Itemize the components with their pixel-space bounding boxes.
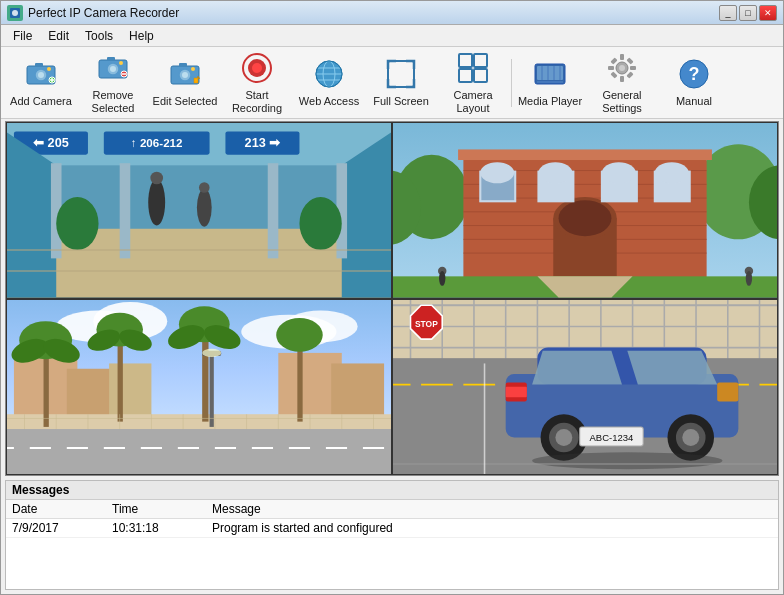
svg-rect-182 xyxy=(717,382,738,401)
web-access-icon xyxy=(311,56,347,92)
camera-layout-icon xyxy=(455,50,491,86)
svg-point-104 xyxy=(655,162,689,183)
svg-rect-69 xyxy=(120,163,131,258)
media-player-icon xyxy=(532,56,568,92)
svg-rect-181 xyxy=(506,386,527,397)
media-player-button[interactable]: Media Player xyxy=(514,51,586,115)
svg-marker-178 xyxy=(532,350,622,384)
svg-point-100 xyxy=(538,162,572,183)
svg-point-46 xyxy=(619,65,625,71)
start-recording-button[interactable]: Start Recording xyxy=(221,51,293,115)
svg-point-185 xyxy=(555,429,572,446)
add-camera-button[interactable]: Add Camera xyxy=(5,51,77,115)
general-settings-button[interactable]: General Settings xyxy=(586,51,658,115)
maximize-button[interactable]: □ xyxy=(739,5,757,21)
svg-rect-49 xyxy=(608,66,614,70)
edit-selected-label: Edit Selected xyxy=(153,95,218,108)
svg-point-111 xyxy=(439,271,445,286)
svg-point-26 xyxy=(252,63,262,73)
start-recording-icon xyxy=(239,50,275,86)
svg-text:?: ? xyxy=(689,64,700,84)
remove-selected-label: Remove Selected xyxy=(80,89,146,115)
start-recording-label: Start Recording xyxy=(224,89,290,115)
close-button[interactable]: ✕ xyxy=(759,5,777,21)
svg-rect-34 xyxy=(459,54,472,67)
toolbar: Add Camera Remove Selected xyxy=(1,47,783,119)
menu-file[interactable]: File xyxy=(5,27,40,45)
svg-point-76 xyxy=(56,197,98,250)
svg-text:213 ➡: 213 ➡ xyxy=(245,136,282,150)
col-message: Message xyxy=(206,500,778,519)
svg-text:ABC-1234: ABC-1234 xyxy=(590,431,634,442)
svg-rect-36 xyxy=(459,69,472,82)
svg-rect-35 xyxy=(474,54,487,67)
add-camera-label: Add Camera xyxy=(10,95,72,108)
svg-point-95 xyxy=(559,200,612,236)
window-title: Perfect IP Camera Recorder xyxy=(28,6,719,20)
svg-rect-48 xyxy=(620,76,624,82)
svg-point-73 xyxy=(150,172,163,185)
svg-text:⬅ 205: ⬅ 205 xyxy=(33,136,69,150)
svg-point-14 xyxy=(119,61,123,65)
manual-icon: ? xyxy=(676,56,712,92)
camera-cell-4[interactable]: STOP xyxy=(392,299,778,476)
svg-rect-124 xyxy=(7,414,391,429)
manual-button[interactable]: ? Manual xyxy=(658,51,730,115)
svg-point-98 xyxy=(480,162,514,183)
full-screen-label: Full Screen xyxy=(373,95,429,108)
table-row: 7/9/201710:31:18Program is started and c… xyxy=(6,519,778,538)
svg-rect-37 xyxy=(474,69,487,82)
minimize-button[interactable]: _ xyxy=(719,5,737,21)
camera-layout-button[interactable]: Camera Layout xyxy=(437,51,509,115)
general-settings-label: General Settings xyxy=(589,89,655,115)
messages-panel: Messages Date Time Message 7/9/201710:31… xyxy=(5,480,779,590)
svg-point-109 xyxy=(746,271,752,286)
svg-rect-53 xyxy=(610,71,617,78)
messages-header: Messages xyxy=(6,481,778,500)
menu-edit[interactable]: Edit xyxy=(40,27,77,45)
svg-rect-50 xyxy=(630,66,636,70)
svg-rect-47 xyxy=(620,54,624,60)
messages-table: Date Time Message 7/9/201710:31:18Progra… xyxy=(6,500,778,538)
menu-help[interactable]: Help xyxy=(121,27,162,45)
camera-cell-2[interactable] xyxy=(392,122,778,299)
cell-message: Program is started and configured xyxy=(206,519,778,538)
edit-selected-icon xyxy=(167,56,203,92)
svg-rect-51 xyxy=(610,57,617,64)
svg-point-75 xyxy=(199,182,210,193)
svg-point-77 xyxy=(299,197,341,250)
camera-cell-1[interactable]: ⬅ 205 ↑ 206-212 213 ➡ xyxy=(6,122,392,299)
full-screen-icon xyxy=(383,56,419,92)
svg-rect-105 xyxy=(458,149,712,160)
camera-cell-3[interactable] xyxy=(6,299,392,476)
manual-label: Manual xyxy=(676,95,712,108)
media-player-label: Media Player xyxy=(518,95,582,108)
svg-point-191 xyxy=(532,452,722,469)
remove-selected-button[interactable]: Remove Selected xyxy=(77,51,149,115)
web-access-button[interactable]: Web Access xyxy=(293,51,365,115)
full-screen-button[interactable]: Full Screen xyxy=(365,51,437,115)
col-date: Date xyxy=(6,500,106,519)
svg-rect-70 xyxy=(268,163,279,258)
svg-point-6 xyxy=(47,67,51,71)
svg-point-102 xyxy=(602,162,636,183)
camera-grid: ⬅ 205 ↑ 206-212 213 ➡ xyxy=(5,121,779,476)
cell-time: 10:31:18 xyxy=(106,519,206,538)
svg-point-74 xyxy=(197,189,212,227)
svg-rect-40 xyxy=(537,81,563,83)
cell-date: 7/9/2017 xyxy=(6,519,106,538)
svg-point-12 xyxy=(110,66,116,72)
svg-point-1 xyxy=(12,10,18,16)
edit-selected-button[interactable]: Edit Selected xyxy=(149,51,221,115)
svg-point-188 xyxy=(682,429,699,446)
svg-point-72 xyxy=(148,179,165,226)
app-icon xyxy=(7,5,23,21)
svg-marker-22 xyxy=(194,78,198,83)
menu-tools[interactable]: Tools xyxy=(77,27,121,45)
svg-text:↑ 206-212: ↑ 206-212 xyxy=(131,136,183,149)
camera-layout-label: Camera Layout xyxy=(440,89,506,115)
svg-point-138 xyxy=(276,317,323,351)
svg-point-141 xyxy=(202,348,221,356)
svg-point-19 xyxy=(182,72,188,78)
svg-rect-54 xyxy=(626,71,633,78)
